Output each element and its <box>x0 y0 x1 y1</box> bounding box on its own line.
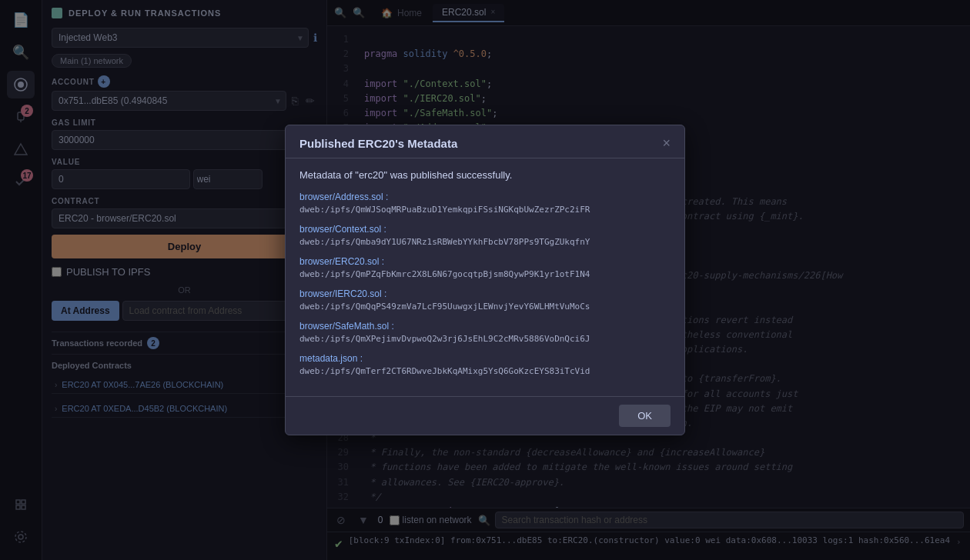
modal-header: Published ERC20's Metadata × <box>286 125 684 158</box>
modal-title: Published ERC20's Metadata <box>299 137 457 150</box>
metadata-entry-0: browser/Address.sol : dweb:/ipfs/QmWJSoq… <box>299 192 671 215</box>
metadata-hash-5: dweb:/ipfs/QmTerf2CT6RDwveJbkKqAMixg5YsQ… <box>299 366 671 376</box>
metadata-file-2: browser/ERC20.sol : <box>299 256 671 267</box>
metadata-hash-2: dweb:/ipfs/QmPZqFbKmrc2X8L6N67gocqtpBjsm… <box>299 269 671 279</box>
metadata-entry-3: browser/IERC20.sol : dweb:/ipfs/QmQqPS49… <box>299 288 671 312</box>
metadata-file-5: metadata.json : <box>299 353 671 364</box>
metadata-file-3: browser/IERC20.sol : <box>299 288 671 299</box>
modal-ok-button[interactable]: OK <box>619 405 671 427</box>
metadata-entry-1: browser/Context.sol : dweb:/ipfs/Qmba9dY… <box>299 224 671 247</box>
modal-success-msg: Metadata of "erc20" was published succes… <box>299 169 671 181</box>
metadata-entry-2: browser/ERC20.sol : dweb:/ipfs/QmPZqFbKm… <box>299 256 671 279</box>
modal-body: Metadata of "erc20" was published succes… <box>286 158 684 396</box>
modal-footer: OK <box>286 396 684 435</box>
metadata-file-1: browser/Context.sol : <box>299 224 671 235</box>
metadata-file-0: browser/Address.sol : <box>299 192 671 202</box>
metadata-file-4: browser/SafeMath.sol : <box>299 321 671 332</box>
metadata-hash-0: dweb:/ipfs/QmWJSoqMRPuaBzuD1YemkqpiFSsiN… <box>299 205 671 215</box>
metadata-hash-1: dweb:/ipfs/Qmba9dY1U67NRz1sRBWebYYkhFbcb… <box>299 237 671 247</box>
modal-dialog: Published ERC20's Metadata × Metadata of… <box>285 125 685 435</box>
metadata-entry-5: metadata.json : dweb:/ipfs/QmTerf2CT6RDw… <box>299 353 671 376</box>
modal-close-button[interactable]: × <box>662 136 671 150</box>
metadata-entry-4: browser/SafeMath.sol : dweb:/ipfs/QmXPej… <box>299 321 671 344</box>
metadata-hash-4: dweb:/ipfs/QmXPejimvDvpwoQ2w3rj6JsEhL9C2… <box>299 334 671 344</box>
metadata-hash-3: dweb:/ipfs/QmQqPS49zmVa7LcF95UuwgxjLEWnv… <box>299 302 671 312</box>
modal-overlay: Published ERC20's Metadata × Metadata of… <box>0 0 970 560</box>
